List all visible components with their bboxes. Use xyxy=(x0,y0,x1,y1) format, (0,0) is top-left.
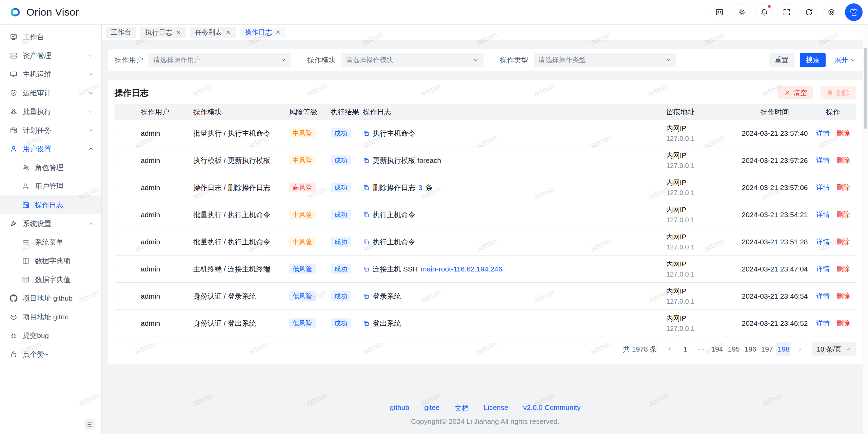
search-button[interactable]: 搜索 xyxy=(800,53,826,67)
tab-2[interactable]: 执行日志 xyxy=(140,27,186,38)
row-checkbox[interactable] xyxy=(115,210,115,219)
sidebar-item-batch[interactable]: 批量执行 xyxy=(0,102,101,121)
page-number[interactable]: 198 xyxy=(776,342,791,356)
notification-bell-button[interactable] xyxy=(755,3,773,21)
page-number[interactable]: 197 xyxy=(760,342,774,356)
log-text: 删除操作日志 xyxy=(373,183,415,192)
sidebar-item-dict[interactable]: 数据字典项 xyxy=(0,251,101,270)
footer-link[interactable]: github xyxy=(390,403,409,413)
scrollbar-thumb[interactable] xyxy=(864,48,867,129)
page-ellipsis[interactable]: ··· xyxy=(694,342,708,356)
row-checkbox[interactable] xyxy=(115,265,115,273)
table-row: admin批量执行 / 执行主机命令中风险成功执行主机命令内网IP127.0.0… xyxy=(115,201,856,228)
row-delete-link[interactable]: 删除 xyxy=(836,264,850,273)
row-delete-link[interactable]: 删除 xyxy=(836,129,850,138)
sidebar-item-schedule[interactable]: 计划任务 xyxy=(0,121,101,139)
tab-1[interactable]: 工作台 xyxy=(106,27,136,38)
row-delete-link[interactable]: 删除 xyxy=(836,210,850,219)
detail-link[interactable]: 详情 xyxy=(816,210,830,219)
select-all-checkbox[interactable] xyxy=(115,108,115,116)
expand-toggle[interactable]: 展开 xyxy=(834,55,856,64)
copy-icon xyxy=(363,239,370,245)
row-checkbox[interactable] xyxy=(115,319,115,327)
filter-select-2[interactable]: 请选择操作模块 xyxy=(341,53,484,67)
detail-link[interactable]: 详情 xyxy=(816,319,830,328)
filter-select-3[interactable]: 请选择操作类型 xyxy=(534,53,676,67)
cell-time: 2024-03-21 23:57:26 xyxy=(742,156,808,165)
copy-icon xyxy=(363,130,370,137)
table-body: admin批量执行 / 执行主机命令中风险成功执行主机命令内网IP127.0.0… xyxy=(115,120,856,337)
row-delete-link[interactable]: 删除 xyxy=(836,291,850,301)
settings-gear-button[interactable] xyxy=(823,3,840,21)
page-size-select[interactable]: 10 条/页 xyxy=(812,342,856,356)
sidebar-item-gitee[interactable]: 项目地址 gitee xyxy=(0,307,101,326)
cell-log: 更新执行模板 foreach xyxy=(363,156,666,165)
row-checkbox[interactable] xyxy=(115,292,115,300)
cell-address: 内网IP127.0.0.1 xyxy=(666,313,739,334)
sidebar-item-roles[interactable]: 角色管理 xyxy=(0,158,101,177)
detail-link[interactable]: 详情 xyxy=(816,129,830,138)
row-checkbox[interactable] xyxy=(115,129,115,137)
fullscreen-button[interactable] xyxy=(778,3,795,21)
refresh-button[interactable] xyxy=(800,3,818,21)
cell-log: 执行主机命令 xyxy=(363,237,666,247)
filter-select-1[interactable]: 请选择操作用户 xyxy=(149,53,291,67)
next-page-button[interactable] xyxy=(793,342,807,356)
sidebar-item-log[interactable]: 操作日志 xyxy=(0,195,101,214)
sidebar-item-bug[interactable]: 提交bug xyxy=(0,326,101,345)
log-link[interactable]: main-root-116.62.194.246 xyxy=(421,265,502,273)
row-checkbox[interactable] xyxy=(115,183,115,192)
prev-page-button[interactable] xyxy=(663,342,676,356)
code-button[interactable] xyxy=(711,3,728,21)
sidebar-item-dashboard[interactable]: 工作台 xyxy=(0,27,101,46)
theme-sun-button[interactable] xyxy=(733,3,751,21)
page-number[interactable]: 194 xyxy=(710,342,724,356)
tab-4[interactable]: 操作日志 xyxy=(240,27,285,38)
row-delete-link[interactable]: 删除 xyxy=(836,183,850,192)
page-number[interactable]: 1 xyxy=(678,342,692,356)
risk-tag: 中风险 xyxy=(289,155,316,165)
delete-button[interactable]: 删除 xyxy=(821,86,856,99)
sidebar-item-wrench[interactable]: 系统设置 xyxy=(0,214,101,233)
detail-link[interactable]: 详情 xyxy=(816,264,830,273)
sidebar-item-audit[interactable]: 运维审计 xyxy=(0,83,101,102)
sidebar-item-user[interactable]: 用户设置 xyxy=(0,139,101,158)
detail-link[interactable]: 详情 xyxy=(816,237,830,246)
cell-actions: 详情删除 xyxy=(810,183,856,192)
sidebar-item-like[interactable]: 点个赞~ xyxy=(0,345,101,363)
footer-link[interactable]: License xyxy=(484,403,508,413)
address-ip: 127.0.0.1 xyxy=(666,242,739,252)
footer-link[interactable]: gitee xyxy=(424,403,440,413)
log-text: 条 xyxy=(426,183,433,192)
row-delete-link[interactable]: 删除 xyxy=(836,237,850,246)
row-delete-link[interactable]: 删除 xyxy=(836,319,850,328)
clear-button[interactable]: 清空 xyxy=(778,86,813,99)
user-avatar[interactable]: 管 xyxy=(845,3,863,21)
sidebar-item-dict-table[interactable]: 数据字典值 xyxy=(0,270,101,289)
footer-link[interactable]: v2.0.0 Community xyxy=(523,403,580,413)
sidebar-item-menu[interactable]: 系统菜单 xyxy=(0,233,101,251)
row-delete-link[interactable]: 删除 xyxy=(836,156,850,165)
row-checkbox[interactable] xyxy=(115,238,115,246)
header-actions: 管 xyxy=(711,3,863,21)
cell-actions: 详情删除 xyxy=(810,264,856,273)
detail-link[interactable]: 详情 xyxy=(816,183,830,192)
page-number[interactable]: 196 xyxy=(743,342,758,356)
tab-3[interactable]: 任务列表 xyxy=(190,27,236,38)
sidebar-item-assets[interactable]: 资产管理 xyxy=(0,46,101,65)
copy-icon xyxy=(363,211,370,218)
sidebar-item-user-add[interactable]: 用户管理 xyxy=(0,177,101,195)
user-add-icon xyxy=(22,182,30,190)
vertical-scrollbar[interactable] xyxy=(863,25,868,434)
row-checkbox[interactable] xyxy=(115,156,115,165)
page-number[interactable]: 195 xyxy=(726,342,741,356)
reset-button[interactable]: 重置 xyxy=(769,53,794,67)
detail-link[interactable]: 详情 xyxy=(816,156,830,165)
sidebar-collapse-button[interactable] xyxy=(84,419,95,430)
sidebar-item-host[interactable]: 主机运维 xyxy=(0,65,101,83)
sidebar-item-github[interactable]: 项目地址 github xyxy=(0,289,101,307)
detail-link[interactable]: 详情 xyxy=(816,291,830,301)
cell-log: 删除操作日志 3 条 xyxy=(363,183,666,192)
expand-label: 展开 xyxy=(834,55,848,64)
footer-link[interactable]: 文档 xyxy=(455,403,469,413)
